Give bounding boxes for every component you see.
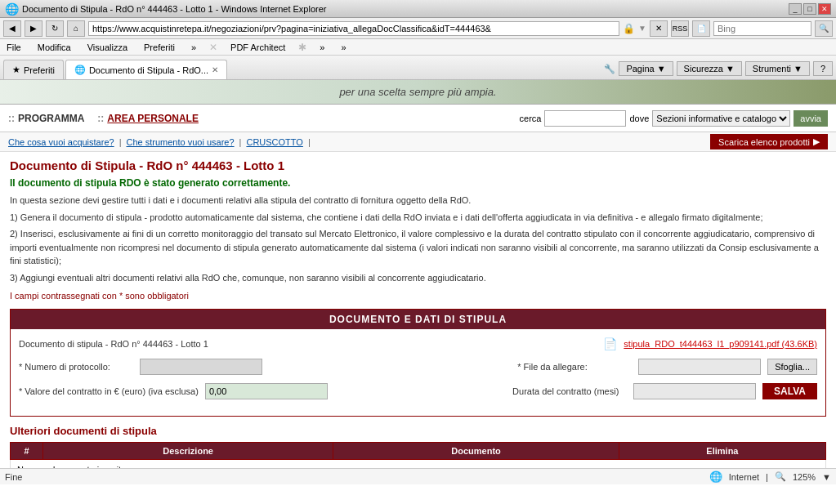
tab-documento-label: Documento di Stipula - RdO... [89, 65, 208, 75]
link-cruscotto[interactable]: CRUSCOTTO [246, 137, 302, 147]
valore-label: * Valore del contratto in € (euro) (iva … [19, 386, 199, 396]
section-body: Documento di stipula - RdO n° 444463 - L… [11, 329, 825, 416]
zone-label: Internet [729, 472, 759, 482]
refresh-button[interactable]: ↻ [46, 20, 64, 37]
docs-table: # Descrizione Documento Elimina Nessun d… [10, 442, 826, 468]
back-button[interactable]: ◀ [3, 20, 21, 37]
tab-preferiti-label: Preferiti [24, 65, 55, 75]
search-go-button[interactable]: 🔍 [815, 20, 833, 37]
document-section: DOCUMENTO E DATI DI STIPULA Documento di… [10, 309, 826, 417]
forward-button[interactable]: ▶ [25, 20, 42, 37]
pagina-button[interactable]: Pagina ▼ [619, 61, 673, 76]
browser-titlebar: 🌐 Documento di Stipula - RdO n° 444463 -… [0, 0, 836, 18]
page-button[interactable]: 📄 [692, 20, 710, 37]
sicurezza-button[interactable]: Sicurezza ▼ [677, 61, 742, 76]
site-links-bar: Che cosa vuoi acquistare? | Che strument… [0, 132, 836, 152]
durata-input[interactable] [633, 383, 756, 399]
menu-file[interactable]: File [3, 41, 25, 54]
help-button[interactable]: ? [813, 61, 833, 76]
browser-title: Documento di Stipula - RdO n° 444463 - L… [22, 4, 789, 14]
main-content: Documento di Stipula - RdO n° 444463 - L… [0, 152, 836, 468]
search-box[interactable] [713, 21, 811, 36]
tab-close-icon[interactable]: ✕ [212, 65, 218, 74]
window-controls[interactable]: _ □ ✕ [789, 3, 831, 15]
site-banner: per una scelta sempre più ampia. [0, 80, 836, 105]
pdf-icon: 📄 [603, 337, 617, 350]
search-label: cerca [520, 114, 542, 123]
scarica-label: Scarica elenco prodotti [718, 137, 810, 147]
table-row-empty: Nessun documento inserito [11, 460, 826, 469]
nav-programma: :: PROGRAMMA [8, 113, 97, 124]
strumenti-button[interactable]: Strumenti ▼ [745, 61, 810, 76]
site-navbar: :: PROGRAMMA :: AREA PERSONALE cerca dov… [0, 105, 836, 132]
search-where-select[interactable]: Sezioni informative e catalogo [652, 110, 790, 127]
success-message: Il documento di stipula RDO è stato gene… [10, 177, 826, 189]
col-elimina: Elimina [619, 443, 825, 460]
zoom-value: 125% [793, 472, 816, 482]
required-note: I campi contrassegnati con * sono obblig… [10, 291, 826, 301]
protocollo-input[interactable] [140, 359, 262, 375]
restore-button[interactable]: □ [803, 3, 816, 15]
sep-1: | [119, 137, 122, 147]
link-strumento[interactable]: Che strumento vuoi usare? [127, 137, 235, 147]
page-content: per una scelta sempre più ampia. :: PROG… [0, 80, 836, 468]
col-number: # [11, 443, 43, 460]
search-go-button[interactable]: avvia [794, 110, 828, 127]
menu-pdf-more2[interactable]: » [338, 41, 349, 54]
lock-icon: 🔒 [623, 23, 635, 34]
additional-docs-section: Ulteriori documenti di stipula # Descriz… [10, 425, 826, 468]
arrow-icon: ▶ [813, 136, 820, 147]
nav-dot-1: :: [8, 113, 15, 124]
rss-button[interactable]: RSS [671, 20, 689, 37]
menu-preferiti[interactable]: Preferiti [141, 41, 178, 54]
stop-button[interactable]: ✕ [650, 20, 668, 37]
tab-preferiti[interactable]: ★ Preferiti [3, 60, 64, 79]
menu-modifica[interactable]: Modifica [34, 41, 74, 54]
menu-pdf-architect[interactable]: PDF Architect [227, 41, 288, 54]
salva-button[interactable]: SALVA [762, 383, 817, 399]
nav-area-personale-link[interactable]: AREA PERSONALE [107, 113, 199, 124]
statusbar-right: 🌐 Internet | 🔍 125% ▼ [709, 471, 831, 483]
section-header: DOCUMENTO E DATI DI STIPULA [11, 310, 825, 329]
nav-programma-link[interactable]: PROGRAMMA [18, 113, 84, 124]
page-title: Documento di Stipula - RdO n° 444463 - L… [10, 158, 826, 172]
browse-button[interactable]: Sfoglia... [767, 359, 817, 375]
file-allegare-input[interactable] [638, 359, 761, 375]
minimize-button[interactable]: _ [789, 3, 802, 15]
doc-label: Documento di stipula - RdO n° 444463 - L… [19, 339, 208, 349]
toolbar-right: 🔧 Pagina ▼ Sicurezza ▼ Strumenti ▼ ? [604, 61, 833, 79]
sep-2: | [239, 137, 242, 147]
additional-title: Ulteriori documenti di stipula [10, 425, 826, 437]
menu-x: ✕ [209, 42, 217, 53]
zoom-dropdown-icon[interactable]: ▼ [822, 472, 831, 482]
menu-bar: File Modifica Visualizza Preferiti » ✕ P… [0, 39, 836, 56]
nav-dot-2: :: [97, 113, 104, 124]
menu-more[interactable]: » [188, 41, 199, 54]
globe-icon: 🌐 [74, 65, 86, 75]
status-text: Fine [5, 472, 22, 482]
menu-visualizza[interactable]: Visualizza [84, 41, 131, 54]
valore-input[interactable] [205, 383, 328, 399]
durata-label: Durata del contratto (mesi) [512, 386, 627, 396]
menu-pdf-more1[interactable]: » [316, 41, 328, 54]
sep-3: | [308, 137, 311, 147]
globe-icon-status: 🌐 [709, 471, 722, 483]
menu-star: ✱ [298, 42, 306, 53]
pdf-link[interactable]: stipula_RDO_t444463_l1_p909141.pdf (43.6… [624, 339, 817, 349]
protocollo-row: * Numero di protocollo: * File da allega… [19, 359, 817, 375]
tab-documento-stipula[interactable]: 🌐 Documento di Stipula - RdO... ✕ [65, 60, 227, 79]
info-line-3: 2) Inserisci, esclusivamente ai fini di … [10, 227, 826, 268]
scarica-elenco-button[interactable]: Scarica elenco prodotti ▶ [710, 134, 828, 149]
info-line-2: 1) Genera il documento di stipula - prod… [10, 211, 826, 225]
home-button[interactable]: ⌂ [67, 20, 85, 37]
banner-text: per una scelta sempre più ampia. [339, 86, 496, 98]
nav-area-personale: :: AREA PERSONALE [97, 113, 212, 124]
link-acquistare[interactable]: Che cosa vuoi acquistare? [8, 137, 114, 147]
col-documento: Documento [333, 443, 619, 460]
star-icon: ★ [12, 65, 20, 75]
protocollo-label: * Numero di protocollo: [19, 362, 133, 372]
address-input[interactable] [88, 21, 619, 36]
search-input[interactable] [544, 110, 626, 127]
info-line-4: 3) Aggiungi eventuali altri documenti re… [10, 271, 826, 285]
close-button[interactable]: ✕ [818, 3, 831, 15]
